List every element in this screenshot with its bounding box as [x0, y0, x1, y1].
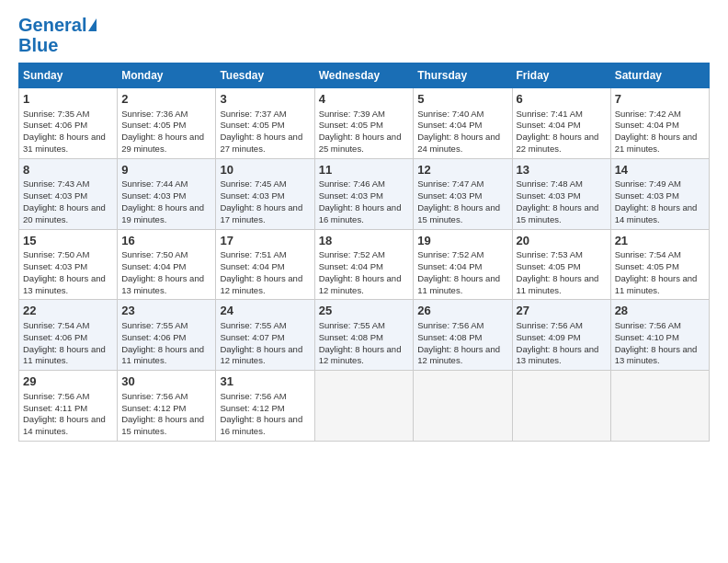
sunrise-text: Sunrise: 7:56 AM — [417, 320, 483, 330]
daylight-text: Daylight: 8 hours and 15 minutes. — [517, 202, 599, 224]
day-number: 2 — [121, 91, 211, 108]
day-number: 15 — [23, 233, 113, 249]
sunrise-text: Sunrise: 7:54 AM — [23, 320, 89, 330]
sunrise-text: Sunrise: 7:56 AM — [220, 391, 286, 401]
sunrise-text: Sunrise: 7:39 AM — [319, 109, 385, 119]
sunset-text: Sunset: 4:05 PM — [220, 120, 284, 130]
day-number: 5 — [417, 91, 507, 108]
sunset-text: Sunset: 4:08 PM — [319, 332, 383, 342]
daylight-text: Daylight: 8 hours and 11 minutes. — [517, 273, 599, 295]
calendar-day-cell — [414, 371, 512, 442]
day-number: 24 — [220, 303, 310, 319]
sunset-text: Sunset: 4:03 PM — [417, 190, 482, 201]
sunset-text: Sunset: 4:03 PM — [121, 190, 186, 201]
sunrise-text: Sunrise: 7:55 AM — [121, 320, 188, 330]
logo-triangle-icon — [88, 18, 97, 31]
calendar-day-cell: 1Sunrise: 7:35 AMSunset: 4:06 PMDaylight… — [19, 88, 118, 159]
day-number: 3 — [220, 91, 310, 108]
calendar-day-cell: 4Sunrise: 7:39 AMSunset: 4:05 PMDaylight… — [314, 88, 414, 159]
calendar-day-cell: 22Sunrise: 7:54 AMSunset: 4:06 PMDayligh… — [19, 300, 118, 371]
sunrise-text: Sunrise: 7:49 AM — [615, 178, 681, 189]
sunrise-text: Sunrise: 7:56 AM — [121, 391, 188, 401]
sunset-text: Sunset: 4:04 PM — [417, 261, 482, 271]
day-number: 1 — [23, 91, 113, 108]
sunrise-text: Sunrise: 7:45 AM — [220, 178, 286, 189]
day-number: 29 — [23, 373, 113, 390]
calendar-day-cell: 29Sunrise: 7:56 AMSunset: 4:11 PMDayligh… — [19, 371, 118, 442]
daylight-text: Daylight: 8 hours and 11 minutes. — [417, 273, 500, 295]
day-number: 18 — [319, 233, 410, 249]
sunset-text: Sunset: 4:09 PM — [517, 332, 581, 342]
daylight-text: Daylight: 8 hours and 29 minutes. — [121, 132, 204, 154]
sunset-text: Sunset: 4:04 PM — [121, 261, 186, 271]
sunset-text: Sunset: 4:03 PM — [615, 190, 679, 201]
sunrise-text: Sunrise: 7:35 AM — [23, 109, 89, 119]
calendar-day-cell: 5Sunrise: 7:40 AMSunset: 4:04 PMDaylight… — [414, 88, 512, 159]
calendar-day-cell: 15Sunrise: 7:50 AMSunset: 4:03 PMDayligh… — [19, 229, 118, 300]
daylight-text: Daylight: 8 hours and 13 minutes. — [615, 344, 698, 366]
day-number: 19 — [417, 233, 507, 249]
calendar-day-cell: 3Sunrise: 7:37 AMSunset: 4:05 PMDaylight… — [216, 88, 314, 159]
sunrise-text: Sunrise: 7:52 AM — [319, 249, 385, 259]
day-number: 13 — [517, 162, 607, 178]
calendar-week-row: 8Sunrise: 7:43 AMSunset: 4:03 PMDaylight… — [19, 158, 710, 229]
calendar-day-header: Thursday — [414, 63, 512, 88]
day-number: 27 — [517, 303, 607, 319]
sunset-text: Sunset: 4:04 PM — [615, 120, 679, 130]
sunset-text: Sunset: 4:03 PM — [220, 190, 284, 201]
calendar-day-cell: 14Sunrise: 7:49 AMSunset: 4:03 PMDayligh… — [610, 158, 709, 229]
sunset-text: Sunset: 4:06 PM — [121, 332, 186, 342]
day-number: 6 — [517, 91, 607, 108]
calendar-day-cell: 6Sunrise: 7:41 AMSunset: 4:04 PMDaylight… — [512, 88, 610, 159]
calendar-day-cell: 26Sunrise: 7:56 AMSunset: 4:08 PMDayligh… — [414, 300, 512, 371]
day-number: 25 — [319, 303, 410, 319]
daylight-text: Daylight: 8 hours and 22 minutes. — [517, 132, 599, 154]
logo: General Blue — [18, 15, 97, 55]
day-number: 17 — [220, 233, 310, 249]
calendar-day-cell: 11Sunrise: 7:46 AMSunset: 4:03 PMDayligh… — [314, 158, 414, 229]
daylight-text: Daylight: 8 hours and 12 minutes. — [220, 273, 302, 295]
calendar-day-header: Saturday — [610, 63, 709, 88]
sunset-text: Sunset: 4:07 PM — [220, 332, 284, 342]
sunset-text: Sunset: 4:03 PM — [23, 190, 87, 201]
sunset-text: Sunset: 4:04 PM — [517, 120, 581, 130]
sunrise-text: Sunrise: 7:40 AM — [417, 109, 483, 119]
sunrise-text: Sunrise: 7:36 AM — [121, 109, 188, 119]
daylight-text: Daylight: 8 hours and 19 minutes. — [121, 202, 204, 224]
daylight-text: Daylight: 8 hours and 27 minutes. — [220, 132, 302, 154]
calendar-day-cell: 13Sunrise: 7:48 AMSunset: 4:03 PMDayligh… — [512, 158, 610, 229]
sunset-text: Sunset: 4:04 PM — [417, 120, 482, 130]
sunrise-text: Sunrise: 7:54 AM — [615, 249, 681, 259]
calendar-day-cell: 28Sunrise: 7:56 AMSunset: 4:10 PMDayligh… — [610, 300, 709, 371]
calendar-day-cell: 20Sunrise: 7:53 AMSunset: 4:05 PMDayligh… — [512, 229, 610, 300]
calendar-week-row: 1Sunrise: 7:35 AMSunset: 4:06 PMDaylight… — [19, 88, 710, 159]
day-number: 12 — [417, 162, 507, 178]
calendar-day-cell — [610, 371, 709, 442]
day-number: 28 — [615, 303, 705, 319]
calendar-day-cell: 23Sunrise: 7:55 AMSunset: 4:06 PMDayligh… — [118, 300, 216, 371]
sunrise-text: Sunrise: 7:55 AM — [220, 320, 286, 330]
sunset-text: Sunset: 4:06 PM — [23, 120, 87, 130]
day-number: 16 — [121, 233, 211, 249]
calendar-day-cell: 30Sunrise: 7:56 AMSunset: 4:12 PMDayligh… — [118, 371, 216, 442]
calendar-day-cell: 25Sunrise: 7:55 AMSunset: 4:08 PMDayligh… — [314, 300, 414, 371]
calendar-day-cell — [314, 371, 414, 442]
calendar-day-cell: 2Sunrise: 7:36 AMSunset: 4:05 PMDaylight… — [118, 88, 216, 159]
daylight-text: Daylight: 8 hours and 12 minutes. — [220, 344, 302, 366]
sunset-text: Sunset: 4:05 PM — [615, 261, 679, 271]
sunset-text: Sunset: 4:04 PM — [319, 261, 383, 271]
calendar-day-header: Sunday — [19, 63, 118, 88]
sunrise-text: Sunrise: 7:48 AM — [517, 178, 583, 189]
calendar-day-cell: 27Sunrise: 7:56 AMSunset: 4:09 PMDayligh… — [512, 300, 610, 371]
sunset-text: Sunset: 4:11 PM — [23, 403, 87, 413]
calendar-day-cell: 7Sunrise: 7:42 AMSunset: 4:04 PMDaylight… — [610, 88, 709, 159]
calendar-day-cell: 24Sunrise: 7:55 AMSunset: 4:07 PMDayligh… — [216, 300, 314, 371]
sunrise-text: Sunrise: 7:43 AM — [23, 178, 89, 189]
day-number: 7 — [615, 91, 705, 108]
sunrise-text: Sunrise: 7:50 AM — [121, 249, 188, 259]
daylight-text: Daylight: 8 hours and 16 minutes. — [319, 202, 402, 224]
daylight-text: Daylight: 8 hours and 11 minutes. — [23, 344, 106, 366]
calendar-day-cell — [512, 371, 610, 442]
day-number: 22 — [23, 303, 113, 319]
sunset-text: Sunset: 4:12 PM — [121, 403, 186, 413]
